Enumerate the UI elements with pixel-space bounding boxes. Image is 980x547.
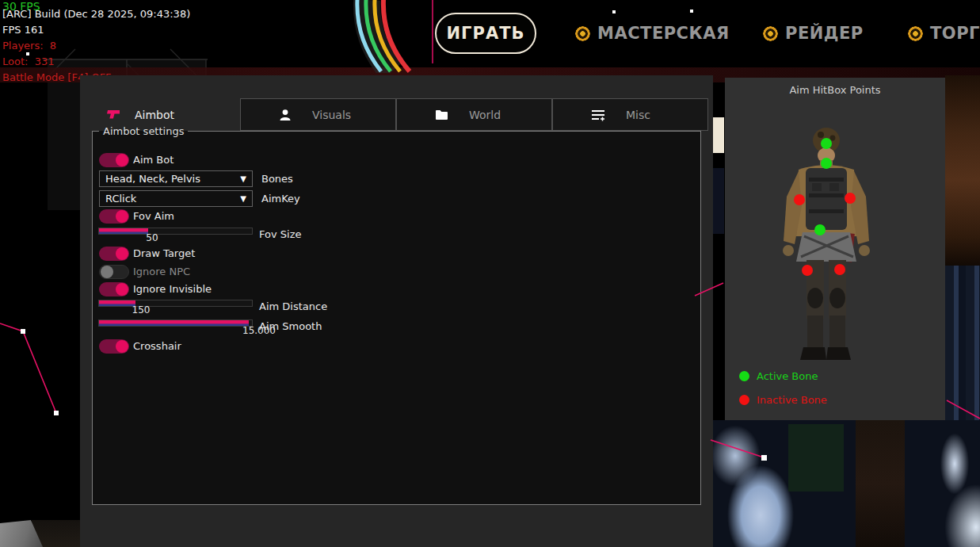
neon-rainbow-sign: [337, 0, 440, 73]
background-dark-column: [856, 420, 905, 547]
toggle-knob: [116, 283, 128, 296]
toggle-knob: [101, 266, 113, 278]
menu-item-label: РЕЙДЕР: [785, 24, 864, 43]
menu-item-label: МАСТЕРСКАЯ: [597, 24, 730, 43]
toggle-knob: [116, 154, 128, 166]
hitbox-panel: Aim HitBox Points: [725, 78, 945, 420]
hitbox-point-right-shoulder: [845, 193, 856, 204]
aim-smooth-slider[interactable]: [98, 319, 253, 327]
hud-loot-count: Loot: 331: [2, 55, 54, 67]
tab-label: Aimbot: [135, 109, 174, 121]
legend-label: Inactive Bone: [757, 394, 827, 406]
legend-inactive-bone: Inactive Bone: [739, 394, 827, 406]
bones-label: Bones: [261, 173, 293, 185]
background-pillars: [945, 266, 980, 420]
draw-target-toggle[interactable]: [99, 247, 129, 261]
group-title: Aimbot settings: [99, 125, 188, 137]
crosshair-label: Crosshair: [133, 339, 181, 354]
tab-label: World: [469, 109, 501, 121]
player-model: [725, 78, 945, 420]
legend-label: Active Bone: [757, 370, 818, 382]
aim-distance-label: Aim Distance: [259, 300, 327, 312]
menu-item-raider[interactable]: РЕЙДЕР: [763, 23, 864, 44]
esp-dot: [612, 10, 616, 13]
tab-label: Misc: [626, 109, 650, 121]
aim-smooth-label: Aim Smooth: [259, 320, 322, 332]
active-bone-icon: [739, 371, 749, 381]
aim-bot-label: Aim Bot: [133, 153, 174, 167]
hitbox-point-pelvis: [814, 224, 826, 235]
menu-item-workshop[interactable]: МАСТЕРСКАЯ: [575, 23, 730, 44]
cheat-panel: Aimbot Visuals World Misc: [80, 75, 713, 547]
hitbox-point-neck: [821, 158, 832, 169]
fov-size-label: Fov Size: [259, 228, 301, 240]
aimkey-dropdown[interactable]: RClick ▼: [99, 190, 253, 207]
ignore-npc-label: Ignore NPC: [133, 265, 190, 279]
aimkey-label: AimKey: [261, 193, 300, 205]
hitbox-point-head: [821, 138, 832, 149]
chevron-down-icon: ▼: [240, 174, 246, 183]
menu-item-label: ТОРГО: [930, 24, 980, 43]
coin-icon: [908, 26, 923, 41]
aim-bot-toggle[interactable]: [99, 153, 129, 167]
hitbox-point-left-hip: [802, 265, 813, 276]
background-rust-wall: [945, 75, 980, 266]
folder-icon: [435, 109, 448, 120]
ignore-invisible-toggle[interactable]: [99, 282, 129, 296]
coin-icon: [575, 26, 590, 41]
menu-item-trade[interactable]: ТОРГО: [908, 23, 980, 44]
toggle-knob: [116, 340, 128, 353]
hud-build-info: [ARC] Build (Dec 28 2025, 09:43:38): [2, 8, 190, 20]
background-navy-block: [711, 168, 724, 234]
pistol-icon: [107, 109, 120, 120]
fov-aim-label: Fov Aim: [133, 209, 174, 224]
hitbox-point-right-hip: [834, 264, 845, 275]
esp-dot: [690, 10, 693, 13]
fov-aim-toggle[interactable]: [99, 209, 129, 224]
ignore-npc-toggle[interactable]: [99, 265, 129, 279]
hud-players-count: Players: 8: [2, 40, 56, 52]
hitbox-point-left-shoulder: [794, 194, 805, 205]
person-icon: [279, 109, 292, 121]
hud-fps-counter: FPS 161: [2, 24, 44, 36]
background-exit-sign: [788, 424, 844, 492]
legend-active-bone: Active Bone: [739, 370, 818, 382]
coin-icon: [763, 26, 778, 41]
bones-dropdown[interactable]: Head, Neck, Pelvis ▼: [99, 170, 253, 187]
background-bottom-right: [713, 420, 980, 547]
draw-target-label: Draw Target: [133, 247, 195, 261]
game-screen: 30 FPS [ARC] Build (Dec 28 2025, 09:43:3…: [0, 0, 980, 547]
aimkey-value: RClick: [105, 193, 136, 205]
chevron-down-icon: ▼: [240, 194, 246, 203]
toggle-knob: [116, 247, 128, 260]
ignore-invisible-label: Ignore Invisible: [133, 282, 212, 296]
aim-distance-value: 150: [113, 304, 169, 316]
bones-value: Head, Neck, Pelvis: [105, 173, 200, 185]
inactive-bone-icon: [739, 395, 749, 405]
tab-label: Visuals: [312, 109, 351, 121]
sliders-icon: [591, 109, 605, 121]
crosshair-toggle[interactable]: [99, 339, 129, 354]
play-button[interactable]: ИГРАТЬ: [435, 13, 536, 54]
slider-fill: [99, 320, 249, 326]
toggle-knob: [116, 210, 128, 223]
fov-size-value: 50: [124, 232, 180, 243]
